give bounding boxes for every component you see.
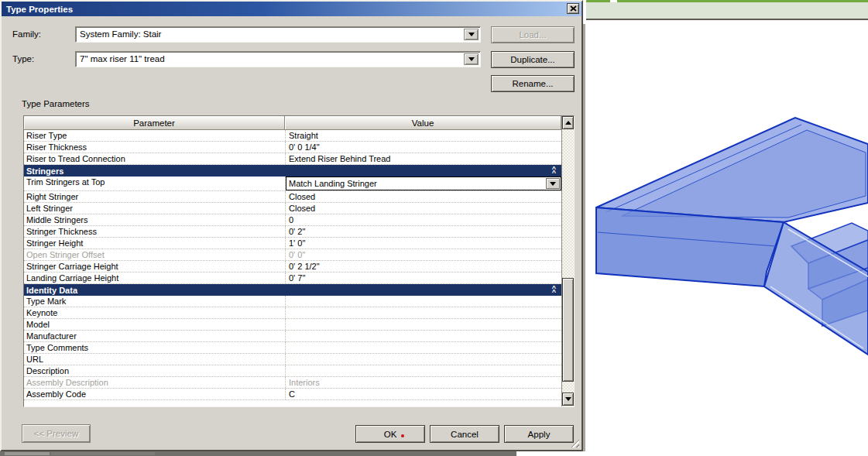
parameter-value-cell[interactable]: C: [285, 389, 561, 399]
section-header-row[interactable]: Stringers^^: [24, 165, 561, 177]
parameter-value-cell[interactable]: [285, 331, 561, 341]
click-marker-dot: [401, 434, 404, 437]
parameter-name-cell: Type Mark: [24, 296, 285, 307]
table-row: Model: [24, 319, 561, 331]
parameter-value-cell[interactable]: 0' 0": [285, 249, 561, 260]
parameter-value-cell[interactable]: [285, 342, 561, 353]
table-row: Type Mark: [24, 296, 561, 307]
table-row: Description: [24, 365, 561, 377]
close-icon: [570, 5, 577, 12]
parameter-name-cell: Right Stringer: [24, 191, 285, 202]
parameter-value-cell[interactable]: [285, 365, 561, 376]
parameter-rows: Riser TypeStraightRiser Thickness0' 0 1/…: [24, 130, 561, 406]
background-window-edge: [583, 24, 585, 451]
parameter-name-cell: Riser Type: [24, 130, 285, 141]
parameter-name-cell: Landing Carriage Height: [24, 273, 285, 283]
table-row: Trim Stringers at TopMatch Landing Strin…: [24, 177, 561, 191]
family-value: System Family: Stair: [80, 29, 161, 39]
dialog-titlebar[interactable]: Type Properties: [2, 2, 582, 16]
parameter-name-cell: Open Stringer Offset: [24, 249, 285, 260]
section-label: Identity Data: [26, 286, 77, 295]
collapse-chevron-icon[interactable]: ^^: [552, 286, 556, 293]
parameter-value-cell[interactable]: Interiors: [285, 377, 561, 388]
section-header-row[interactable]: Identity Data^^: [24, 284, 561, 296]
table-row: Stringer Thickness0' 2": [24, 226, 561, 238]
type-parameters-caption: Type Parameters: [22, 99, 90, 108]
table-row: URL: [24, 354, 561, 365]
parameter-value-cell[interactable]: Match Landing Stringer: [285, 177, 561, 190]
parameter-value-cell[interactable]: Extend Riser Behind Tread: [285, 153, 561, 164]
parameter-name-cell: Middle Stringers: [24, 214, 285, 225]
parameter-name-cell: Manufacturer: [24, 331, 285, 341]
family-combobox[interactable]: System Family: Stair: [75, 26, 481, 43]
table-scrollbar[interactable]: [561, 116, 574, 406]
ok-button[interactable]: OK: [355, 425, 425, 443]
value-dropdown-button[interactable]: [546, 178, 560, 189]
parameter-name-cell: URL: [24, 354, 285, 365]
parameter-value-cell[interactable]: Straight: [285, 130, 561, 141]
table-header: Parameter Value: [24, 116, 561, 130]
toolbar-strip-notch: [610, 0, 617, 2]
apply-button[interactable]: Apply: [504, 425, 574, 443]
parameter-name-cell: Keynote: [24, 307, 285, 318]
collapse-chevron-icon[interactable]: ^^: [552, 167, 556, 174]
parameter-table: Parameter Value Riser TypeStraightRiser …: [23, 115, 575, 407]
background-toolbar-strip: [586, 0, 868, 20]
rename-button[interactable]: Rename...: [491, 75, 575, 92]
parameter-name-cell: Stringer Thickness: [24, 226, 285, 237]
dialog-title: Type Properties: [6, 5, 73, 14]
parameter-value-cell[interactable]: [285, 307, 561, 318]
family-dropdown-button[interactable]: [464, 29, 479, 40]
chevron-down-icon: [468, 57, 475, 61]
parameter-name-cell: Type Comments: [24, 342, 285, 353]
parameter-value-cell[interactable]: 0' 7": [285, 273, 561, 283]
chevron-down-icon: [468, 33, 475, 36]
table-row: Stringer Height1' 0": [24, 238, 561, 249]
table-row: Type Comments: [24, 342, 561, 354]
preview-button[interactable]: << Preview: [22, 424, 91, 443]
parameter-name-cell: Assembly Description: [24, 377, 285, 388]
scrollbar-thumb[interactable]: [562, 278, 574, 382]
parameter-value-cell[interactable]: [285, 354, 561, 365]
parameter-name-cell: Riser to Tread Connection: [24, 153, 285, 164]
scroll-down-button[interactable]: [562, 393, 574, 406]
parameter-value-cell[interactable]: 1' 0": [285, 238, 561, 249]
type-dropdown-button[interactable]: [464, 53, 479, 65]
chevron-down-icon: [550, 182, 556, 186]
family-label: Family:: [12, 29, 41, 39]
table-row: Landing Carriage Height0' 7": [24, 273, 561, 284]
parameter-value-cell[interactable]: [285, 319, 561, 330]
parameter-value-cell[interactable]: 0' 0 1/4": [285, 142, 561, 153]
cancel-button[interactable]: Cancel: [430, 425, 499, 443]
table-row: Left StringerClosed: [24, 203, 561, 214]
value-combobox[interactable]: Match Landing Stringer: [286, 177, 561, 190]
arrow-up-icon: [565, 121, 571, 125]
type-combobox[interactable]: 7" max riser 11" tread: [75, 51, 481, 67]
table-row: Riser to Tread ConnectionExtend Riser Be…: [24, 153, 561, 165]
value-column-header[interactable]: Value: [285, 116, 561, 130]
table-row: Manufacturer: [24, 331, 561, 342]
parameter-value-cell[interactable]: [285, 296, 561, 307]
parameter-column-header[interactable]: Parameter: [24, 116, 285, 130]
parameter-name-cell: Stringer Height: [24, 238, 285, 249]
parameter-value-cell[interactable]: Closed: [285, 203, 561, 214]
table-row: Right StringerClosed: [24, 191, 561, 203]
scroll-up-button[interactable]: [562, 116, 574, 129]
load-button[interactable]: Load...: [491, 26, 575, 43]
table-row: Assembly CodeC: [24, 389, 561, 400]
parameter-name-cell: Stringer Carriage Height: [24, 261, 285, 272]
type-properties-dialog: Type Properties Family: System Family: S…: [0, 0, 583, 451]
section-label: Stringers: [26, 166, 63, 176]
close-button[interactable]: [567, 3, 579, 14]
type-label: Type:: [12, 54, 34, 63]
table-row: Keynote: [24, 307, 561, 319]
duplicate-button[interactable]: Duplicate...: [491, 51, 575, 68]
parameter-value-cell[interactable]: 0' 2 1/2": [285, 261, 561, 272]
parameter-name-cell: Description: [24, 365, 285, 376]
parameter-name-cell: Model: [24, 319, 285, 330]
parameter-value-cell[interactable]: Closed: [285, 191, 561, 202]
background-bottom-bar-segment: [5, 452, 50, 455]
parameter-value-cell[interactable]: 0' 2": [285, 226, 561, 237]
type-value: 7" max riser 11" tread: [80, 54, 165, 63]
parameter-value-cell[interactable]: 0: [285, 214, 561, 225]
